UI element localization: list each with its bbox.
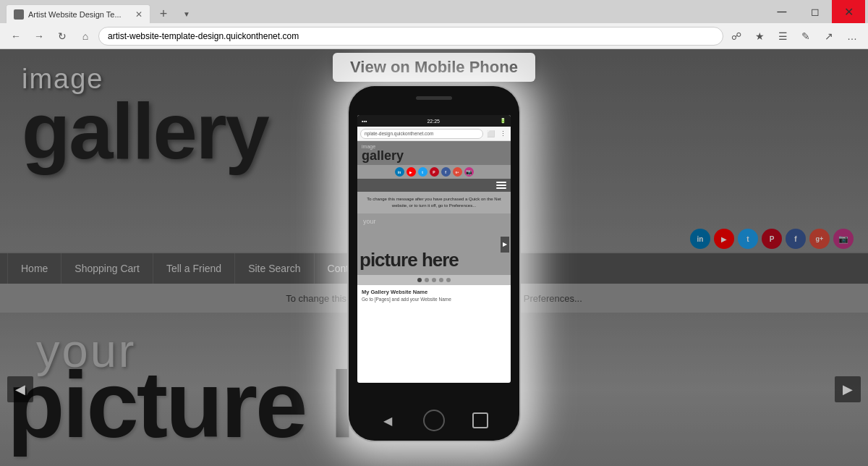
close-button[interactable]: ✕ — [832, 0, 865, 23]
phone-site-note: Go to [Pages] and add your Website Name — [357, 297, 511, 305]
phone-site-header: image gallery — [357, 141, 511, 165]
dot-5[interactable] — [446, 278, 451, 282]
dot-3[interactable] — [432, 278, 436, 282]
phone-bottom-bar: ◀ — [349, 404, 519, 436]
browser-window: ─ ◻ ✕ Artist Website Design Te... ✕ + ▼ … — [0, 0, 868, 466]
more-icon[interactable]: … — [842, 26, 862, 46]
phone-picture-area: your picture here ▶ — [357, 213, 511, 275]
phone-next-arrow[interactable]: ▶ — [501, 237, 509, 253]
refresh-button[interactable]: ↻ — [52, 26, 72, 46]
phone-hamburger-icon[interactable] — [496, 182, 506, 189]
phone-address-bar: nplate-design.quickonthenet.com ⬜ ⋮ — [357, 127, 511, 141]
back-button[interactable]: ← — [6, 26, 26, 46]
dot-2[interactable] — [425, 278, 429, 282]
home-button[interactable]: ⌂ — [75, 26, 95, 46]
tab-favicon — [14, 9, 24, 20]
address-bar: ← → ↻ ⌂ ☍ ★ ☰ ✎ ↗ … — [0, 23, 868, 49]
phone-time: 22:25 — [427, 119, 440, 124]
phone-linkedin-icon[interactable]: in — [395, 167, 404, 177]
dot-4[interactable] — [439, 278, 443, 282]
website-content: image gallery in ▶ t P f g+ 📷 Home Shopp… — [0, 49, 868, 466]
forward-button[interactable]: → — [29, 26, 49, 46]
modal-overlay: View on Mobile Phone ▪▪▪ 22:25 🔋 nplate-… — [0, 49, 868, 466]
phone-your-text: your — [363, 218, 376, 225]
new-tab-button[interactable]: + — [153, 4, 174, 23]
phone-facebook-icon[interactable]: f — [441, 167, 451, 177]
phone-social-row: in ▶ t P f g+ 📷 — [357, 165, 511, 179]
tab-bar: ─ ◻ ✕ Artist Website Design Te... ✕ + ▼ — [0, 0, 868, 23]
notes-icon[interactable]: ✎ — [796, 26, 816, 46]
phone-battery: 🔋 — [500, 118, 506, 124]
phone-message-bar: To change this message after you have pu… — [357, 192, 511, 213]
tab-title: Artist Website Design Te... — [28, 10, 122, 19]
phone-site-name: My Gallery Website Name — [357, 285, 511, 297]
phone-address-field[interactable]: nplate-design.quickonthenet.com — [360, 129, 483, 139]
phone-gallery-label: gallery — [362, 149, 404, 162]
share-icon[interactable]: ↗ — [819, 26, 839, 46]
phone-twitter-icon[interactable]: t — [418, 167, 427, 177]
phone-instagram-icon[interactable]: 📷 — [464, 167, 474, 177]
tab-list-button[interactable]: ▼ — [176, 4, 197, 23]
phone-picture-here-text: picture here — [359, 249, 459, 271]
phone-gplus-icon[interactable]: g+ — [453, 167, 462, 177]
minimize-button[interactable]: ─ — [765, 0, 799, 23]
browser-tab[interactable]: Artist Website Design Te... ✕ — [6, 4, 150, 23]
phone-youtube-icon[interactable]: ▶ — [407, 167, 416, 177]
phone-speaker — [416, 96, 452, 100]
phone-status-bar: ▪▪▪ 22:25 🔋 — [357, 115, 511, 127]
phone-pinterest-icon[interactable]: P — [430, 167, 439, 177]
phone-signal: ▪▪▪ — [362, 119, 367, 124]
phone-device: ▪▪▪ 22:25 🔋 nplate-design.quickonthenet.… — [349, 86, 519, 441]
phone-home-button[interactable] — [423, 410, 445, 431]
mobile-view-label: View on Mobile Phone — [333, 53, 535, 82]
maximize-button[interactable]: ◻ — [799, 0, 832, 23]
phone-nav-bar — [357, 179, 511, 192]
phone-square-button[interactable] — [472, 412, 488, 428]
phone-menu-icon[interactable]: ⋮ — [498, 129, 508, 139]
phone-back-button[interactable]: ◀ — [380, 412, 396, 428]
phone-carousel-dots — [357, 275, 511, 285]
address-input[interactable] — [98, 27, 723, 46]
phone-tab-icon[interactable]: ⬜ — [485, 129, 496, 139]
dot-1[interactable] — [417, 278, 422, 282]
favorites-icon[interactable]: ★ — [749, 26, 770, 46]
hub-icon[interactable]: ☰ — [773, 26, 793, 46]
reader-view-icon[interactable]: ☍ — [726, 26, 746, 46]
phone-screen: ▪▪▪ 22:25 🔋 nplate-design.quickonthenet.… — [357, 115, 511, 383]
tab-close-icon[interactable]: ✕ — [135, 9, 142, 20]
